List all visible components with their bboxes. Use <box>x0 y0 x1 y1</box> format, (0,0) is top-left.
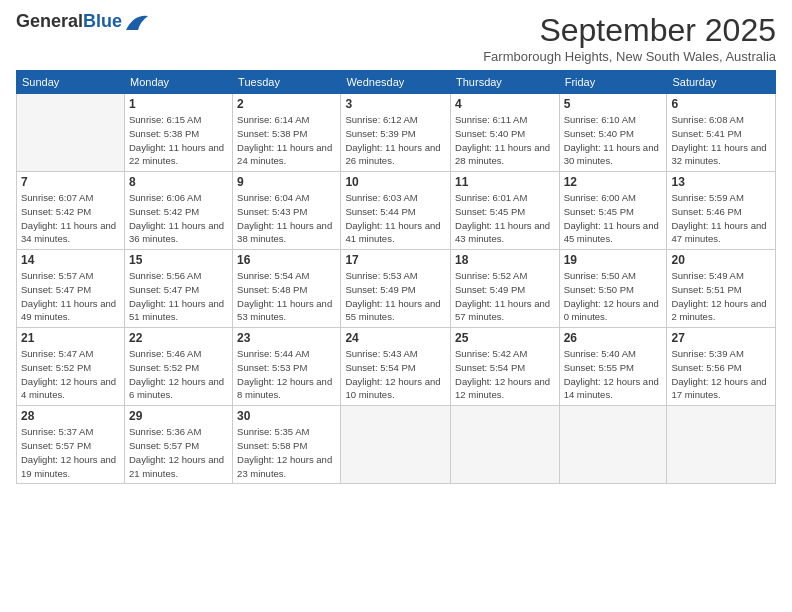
table-row: 14Sunrise: 5:57 AM Sunset: 5:47 PM Dayli… <box>17 250 125 328</box>
table-row: 15Sunrise: 5:56 AM Sunset: 5:47 PM Dayli… <box>124 250 232 328</box>
table-row: 3Sunrise: 6:12 AM Sunset: 5:39 PM Daylig… <box>341 94 451 172</box>
table-row: 22Sunrise: 5:46 AM Sunset: 5:52 PM Dayli… <box>124 328 232 406</box>
table-row: 13Sunrise: 5:59 AM Sunset: 5:46 PM Dayli… <box>667 172 776 250</box>
day-info: Sunrise: 5:53 AM Sunset: 5:49 PM Dayligh… <box>345 269 446 324</box>
table-row: 8Sunrise: 6:06 AM Sunset: 5:42 PM Daylig… <box>124 172 232 250</box>
header: GeneralBlue September 2025 Farmborough H… <box>16 12 776 64</box>
day-number: 18 <box>455 253 555 267</box>
day-number: 15 <box>129 253 228 267</box>
table-row: 27Sunrise: 5:39 AM Sunset: 5:56 PM Dayli… <box>667 328 776 406</box>
day-info: Sunrise: 5:42 AM Sunset: 5:54 PM Dayligh… <box>455 347 555 402</box>
day-number: 27 <box>671 331 771 345</box>
page: GeneralBlue September 2025 Farmborough H… <box>0 0 792 494</box>
table-row: 25Sunrise: 5:42 AM Sunset: 5:54 PM Dayli… <box>451 328 560 406</box>
day-number: 2 <box>237 97 336 111</box>
day-info: Sunrise: 6:07 AM Sunset: 5:42 PM Dayligh… <box>21 191 120 246</box>
table-row <box>559 406 667 484</box>
day-info: Sunrise: 6:15 AM Sunset: 5:38 PM Dayligh… <box>129 113 228 168</box>
day-info: Sunrise: 6:06 AM Sunset: 5:42 PM Dayligh… <box>129 191 228 246</box>
day-number: 11 <box>455 175 555 189</box>
table-row: 5Sunrise: 6:10 AM Sunset: 5:40 PM Daylig… <box>559 94 667 172</box>
day-info: Sunrise: 5:43 AM Sunset: 5:54 PM Dayligh… <box>345 347 446 402</box>
table-row: 29Sunrise: 5:36 AM Sunset: 5:57 PM Dayli… <box>124 406 232 484</box>
calendar-header-row: Sunday Monday Tuesday Wednesday Thursday… <box>17 71 776 94</box>
month-title: September 2025 <box>483 12 776 49</box>
table-row <box>341 406 451 484</box>
table-row: 1Sunrise: 6:15 AM Sunset: 5:38 PM Daylig… <box>124 94 232 172</box>
table-row: 2Sunrise: 6:14 AM Sunset: 5:38 PM Daylig… <box>233 94 341 172</box>
day-info: Sunrise: 6:04 AM Sunset: 5:43 PM Dayligh… <box>237 191 336 246</box>
day-number: 16 <box>237 253 336 267</box>
header-monday: Monday <box>124 71 232 94</box>
day-info: Sunrise: 5:54 AM Sunset: 5:48 PM Dayligh… <box>237 269 336 324</box>
table-row: 9Sunrise: 6:04 AM Sunset: 5:43 PM Daylig… <box>233 172 341 250</box>
day-number: 28 <box>21 409 120 423</box>
header-saturday: Saturday <box>667 71 776 94</box>
day-number: 5 <box>564 97 663 111</box>
table-row: 6Sunrise: 6:08 AM Sunset: 5:41 PM Daylig… <box>667 94 776 172</box>
day-number: 8 <box>129 175 228 189</box>
day-number: 14 <box>21 253 120 267</box>
calendar-week-row: 14Sunrise: 5:57 AM Sunset: 5:47 PM Dayli… <box>17 250 776 328</box>
table-row: 21Sunrise: 5:47 AM Sunset: 5:52 PM Dayli… <box>17 328 125 406</box>
day-number: 9 <box>237 175 336 189</box>
day-number: 1 <box>129 97 228 111</box>
logo-wing-icon <box>124 12 150 32</box>
table-row <box>451 406 560 484</box>
header-friday: Friday <box>559 71 667 94</box>
day-info: Sunrise: 5:57 AM Sunset: 5:47 PM Dayligh… <box>21 269 120 324</box>
logo: GeneralBlue <box>16 12 150 32</box>
table-row: 12Sunrise: 6:00 AM Sunset: 5:45 PM Dayli… <box>559 172 667 250</box>
day-number: 22 <box>129 331 228 345</box>
day-number: 17 <box>345 253 446 267</box>
table-row: 11Sunrise: 6:01 AM Sunset: 5:45 PM Dayli… <box>451 172 560 250</box>
day-info: Sunrise: 5:39 AM Sunset: 5:56 PM Dayligh… <box>671 347 771 402</box>
header-tuesday: Tuesday <box>233 71 341 94</box>
calendar-week-row: 7Sunrise: 6:07 AM Sunset: 5:42 PM Daylig… <box>17 172 776 250</box>
logo-blue: Blue <box>83 11 122 31</box>
day-info: Sunrise: 6:01 AM Sunset: 5:45 PM Dayligh… <box>455 191 555 246</box>
day-info: Sunrise: 5:46 AM Sunset: 5:52 PM Dayligh… <box>129 347 228 402</box>
day-number: 12 <box>564 175 663 189</box>
table-row: 20Sunrise: 5:49 AM Sunset: 5:51 PM Dayli… <box>667 250 776 328</box>
day-number: 30 <box>237 409 336 423</box>
day-info: Sunrise: 6:10 AM Sunset: 5:40 PM Dayligh… <box>564 113 663 168</box>
table-row: 7Sunrise: 6:07 AM Sunset: 5:42 PM Daylig… <box>17 172 125 250</box>
day-info: Sunrise: 5:50 AM Sunset: 5:50 PM Dayligh… <box>564 269 663 324</box>
table-row: 4Sunrise: 6:11 AM Sunset: 5:40 PM Daylig… <box>451 94 560 172</box>
table-row: 26Sunrise: 5:40 AM Sunset: 5:55 PM Dayli… <box>559 328 667 406</box>
day-number: 21 <box>21 331 120 345</box>
day-number: 6 <box>671 97 771 111</box>
day-info: Sunrise: 6:14 AM Sunset: 5:38 PM Dayligh… <box>237 113 336 168</box>
day-number: 29 <box>129 409 228 423</box>
day-info: Sunrise: 6:00 AM Sunset: 5:45 PM Dayligh… <box>564 191 663 246</box>
day-number: 19 <box>564 253 663 267</box>
day-number: 26 <box>564 331 663 345</box>
calendar-week-row: 28Sunrise: 5:37 AM Sunset: 5:57 PM Dayli… <box>17 406 776 484</box>
day-number: 23 <box>237 331 336 345</box>
day-info: Sunrise: 6:12 AM Sunset: 5:39 PM Dayligh… <box>345 113 446 168</box>
day-number: 4 <box>455 97 555 111</box>
table-row: 17Sunrise: 5:53 AM Sunset: 5:49 PM Dayli… <box>341 250 451 328</box>
header-thursday: Thursday <box>451 71 560 94</box>
table-row <box>667 406 776 484</box>
day-info: Sunrise: 5:35 AM Sunset: 5:58 PM Dayligh… <box>237 425 336 480</box>
day-number: 3 <box>345 97 446 111</box>
table-row: 19Sunrise: 5:50 AM Sunset: 5:50 PM Dayli… <box>559 250 667 328</box>
day-info: Sunrise: 5:36 AM Sunset: 5:57 PM Dayligh… <box>129 425 228 480</box>
subtitle: Farmborough Heights, New South Wales, Au… <box>483 49 776 64</box>
day-number: 13 <box>671 175 771 189</box>
calendar-table: Sunday Monday Tuesday Wednesday Thursday… <box>16 70 776 484</box>
calendar-week-row: 21Sunrise: 5:47 AM Sunset: 5:52 PM Dayli… <box>17 328 776 406</box>
day-number: 7 <box>21 175 120 189</box>
day-number: 24 <box>345 331 446 345</box>
day-info: Sunrise: 5:59 AM Sunset: 5:46 PM Dayligh… <box>671 191 771 246</box>
table-row: 24Sunrise: 5:43 AM Sunset: 5:54 PM Dayli… <box>341 328 451 406</box>
day-info: Sunrise: 6:03 AM Sunset: 5:44 PM Dayligh… <box>345 191 446 246</box>
table-row: 23Sunrise: 5:44 AM Sunset: 5:53 PM Dayli… <box>233 328 341 406</box>
day-number: 20 <box>671 253 771 267</box>
table-row <box>17 94 125 172</box>
day-info: Sunrise: 5:52 AM Sunset: 5:49 PM Dayligh… <box>455 269 555 324</box>
header-sunday: Sunday <box>17 71 125 94</box>
day-number: 25 <box>455 331 555 345</box>
